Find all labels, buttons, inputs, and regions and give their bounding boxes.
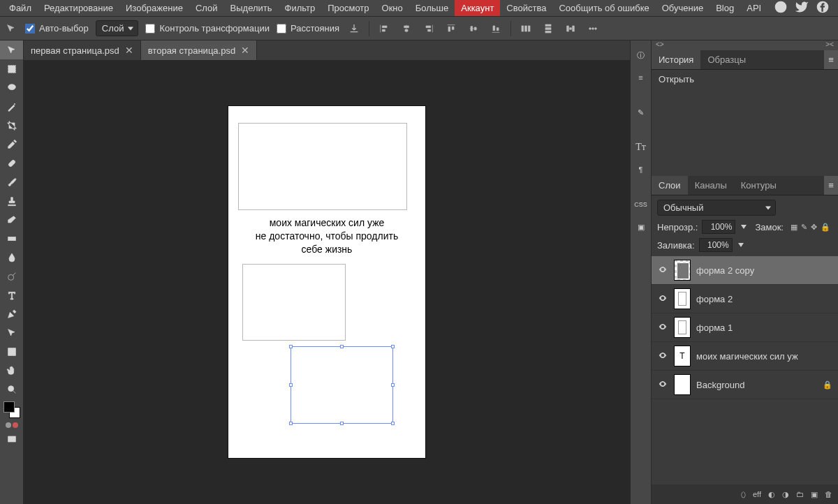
distribute-v-icon[interactable] xyxy=(541,21,556,36)
tab-swatches[interactable]: Образцы xyxy=(700,50,753,69)
align-right-icon[interactable] xyxy=(421,21,436,36)
auto-select-scope[interactable]: Слой xyxy=(96,20,139,36)
path-select-tool[interactable] xyxy=(0,323,23,342)
new-layer-icon[interactable]: ▣ xyxy=(811,490,818,499)
layer-thumbnail[interactable]: T xyxy=(674,346,691,366)
panel-menu-icon[interactable]: ≡ xyxy=(824,176,838,195)
foreground-color[interactable] xyxy=(3,401,15,413)
menu-more[interactable]: Больше xyxy=(409,0,455,16)
quick-mask-toggle[interactable] xyxy=(0,421,23,429)
menu-report-bug[interactable]: Сообщить об ошибке xyxy=(552,0,655,16)
blur-tool[interactable] xyxy=(0,248,23,267)
menu-properties[interactable]: Свойства xyxy=(500,0,552,16)
close-icon[interactable]: ✕ xyxy=(125,45,133,56)
twitter-icon[interactable] xyxy=(795,0,809,16)
crop-tool[interactable] xyxy=(0,116,23,135)
canvas-viewport[interactable]: моих магических сил уже не достаточно, ч… xyxy=(24,60,630,504)
more-options-icon[interactable] xyxy=(585,21,601,36)
document-tab-1[interactable]: первая страница.psd ✕ xyxy=(24,40,141,60)
auto-select-checkbox[interactable]: Авто-выбор xyxy=(25,23,89,34)
layer-thumbnail[interactable] xyxy=(674,317,691,338)
tab-layers[interactable]: Слои xyxy=(652,176,688,195)
history-item[interactable]: Открыть xyxy=(659,74,831,84)
info-panel-icon[interactable]: ⓘ xyxy=(632,46,650,64)
menu-file[interactable]: Файл xyxy=(3,0,38,16)
blend-mode-select[interactable]: Обычный xyxy=(657,200,776,216)
stamp-tool[interactable] xyxy=(0,191,23,210)
download-icon[interactable] xyxy=(346,21,362,36)
brush-tool[interactable] xyxy=(0,172,23,191)
paragraph-panel-icon[interactable]: ¶ xyxy=(632,161,650,179)
lock-all-icon[interactable]: 🔒 xyxy=(821,223,830,232)
layer-item[interactable]: форма 1 xyxy=(652,313,838,342)
distances-checkbox[interactable]: Расстояния xyxy=(277,23,339,34)
align-middle-v-icon[interactable] xyxy=(466,21,481,36)
reddit-icon[interactable] xyxy=(774,0,788,16)
screen-mode-icon[interactable] xyxy=(0,429,23,448)
document-tab-2[interactable]: вторая страница.psd ✕ xyxy=(141,40,257,60)
wand-tool[interactable] xyxy=(0,97,23,116)
facebook-icon[interactable] xyxy=(816,0,830,16)
menu-layer[interactable]: Слой xyxy=(189,0,224,16)
layer-effects-icon[interactable]: eff xyxy=(753,490,761,498)
shape-tool[interactable] xyxy=(0,342,23,361)
image-panel-icon[interactable]: ▣ xyxy=(632,218,650,236)
tab-history[interactable]: История xyxy=(652,50,700,69)
align-bottom-icon[interactable] xyxy=(488,21,503,36)
layer-name[interactable]: форма 2 xyxy=(696,294,733,304)
move-tool[interactable] xyxy=(0,40,23,59)
layer-thumbnail[interactable] xyxy=(674,374,691,395)
tab-channels[interactable]: Каналы xyxy=(688,176,734,195)
layer-name[interactable]: Background xyxy=(696,380,744,390)
menu-account[interactable]: Аккаунт xyxy=(455,0,500,16)
align-left-icon[interactable] xyxy=(376,21,392,36)
hand-tool[interactable] xyxy=(0,361,23,380)
fill-input[interactable]: 100% xyxy=(699,238,733,252)
canvas-text-layer[interactable]: моих магических сил уже не достаточно, ч… xyxy=(228,216,425,256)
adjustments-panel-icon[interactable]: ≡ xyxy=(632,68,650,87)
eraser-tool[interactable] xyxy=(0,210,23,229)
layer-thumbnail[interactable] xyxy=(674,260,691,281)
menu-edit[interactable]: Редактирование xyxy=(38,0,119,16)
gradient-tool[interactable] xyxy=(0,229,23,248)
link-layers-icon[interactable]: ⬯ xyxy=(741,490,746,499)
menu-window[interactable]: Окно xyxy=(376,0,409,16)
canvas-shape-2[interactable] xyxy=(242,264,346,341)
menu-view[interactable]: Просмотр xyxy=(321,0,375,16)
layer-item[interactable]: T моих магических сил уж xyxy=(652,342,838,371)
visibility-toggle[interactable] xyxy=(657,265,668,276)
lasso-tool[interactable] xyxy=(0,78,23,97)
pen-tool[interactable] xyxy=(0,304,23,323)
distribute-h-icon[interactable] xyxy=(518,21,534,36)
layer-name[interactable]: моих магических сил уж xyxy=(696,351,798,362)
layer-item[interactable]: форма 2 copy xyxy=(652,256,838,285)
menu-api[interactable]: API xyxy=(740,0,767,16)
align-top-icon[interactable] xyxy=(443,21,459,36)
delete-layer-icon[interactable]: 🗑 xyxy=(825,490,832,498)
css-panel-icon[interactable]: CSS xyxy=(632,195,650,214)
menu-filter[interactable]: Фильтр xyxy=(279,0,322,16)
align-center-h-icon[interactable] xyxy=(399,21,414,36)
new-folder-icon[interactable]: 🗀 xyxy=(796,490,804,498)
layer-name[interactable]: форма 1 xyxy=(696,323,733,333)
zoom-tool[interactable] xyxy=(0,380,23,399)
transform-controls-checkbox[interactable]: Контроль трансформации xyxy=(145,23,269,34)
layer-mask-icon[interactable]: ◐ xyxy=(768,490,775,499)
brush-panel-icon[interactable]: ✎ xyxy=(632,103,650,121)
marquee-tool[interactable] xyxy=(0,59,23,78)
canvas-shape-1[interactable] xyxy=(238,123,407,210)
visibility-toggle[interactable] xyxy=(657,322,668,334)
lock-position-icon[interactable]: ✥ xyxy=(811,223,817,232)
close-icon[interactable]: ✕ xyxy=(241,45,249,56)
visibility-toggle[interactable] xyxy=(657,379,668,391)
opacity-dropdown-icon[interactable] xyxy=(741,225,747,229)
panel-menu-icon[interactable]: ≡ xyxy=(824,50,838,69)
canvas-selected-shape[interactable] xyxy=(291,346,393,424)
menu-select[interactable]: Выделить xyxy=(224,0,279,16)
eyedropper-tool[interactable] xyxy=(0,135,23,154)
visibility-toggle[interactable] xyxy=(657,350,668,362)
healing-tool[interactable] xyxy=(0,154,23,172)
canvas[interactable]: моих магических сил уже не достаточно, ч… xyxy=(228,106,425,458)
distribute-spacing-icon[interactable] xyxy=(563,21,578,36)
layer-item[interactable]: Background 🔒 xyxy=(652,371,838,399)
